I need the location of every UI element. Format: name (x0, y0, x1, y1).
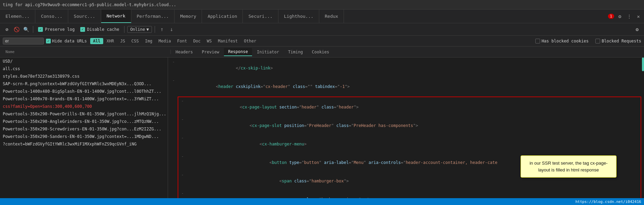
sub-tab-preview[interactable]: Preview (198, 48, 224, 56)
list-item[interactable]: css?family=Open+Sans:300,400,600,700 (0, 103, 168, 110)
filter-tab-all[interactable]: All (90, 38, 103, 44)
code-line: - </cx-skip-link> (171, 59, 641, 77)
list-item[interactable]: Powertools-350x290-Sanders-EN-01-350W.jp… (0, 133, 168, 140)
tab-security[interactable]: Securi... (243, 10, 278, 23)
main-area: Name Headers Preview Response Initiator … (0, 47, 644, 205)
tab-application[interactable]: Application (202, 10, 243, 23)
filter-input[interactable] (3, 38, 44, 44)
disable-cache-label: Disable cache (87, 27, 119, 32)
settings-area: ⚙ (633, 25, 641, 34)
preserve-log-label: Preserve log (45, 27, 75, 32)
separator-3 (155, 26, 155, 33)
list-item[interactable]: Powertools-1400x70-Brands-EN-01-1400W.jp… (0, 95, 168, 103)
sub-tab-initiator[interactable]: Initiator (253, 48, 283, 56)
filter-tab-media[interactable]: Media (156, 38, 174, 44)
tab-redux[interactable]: Redux (319, 10, 344, 23)
error-badge: 1 (608, 14, 615, 19)
sub-tab-timing[interactable]: Timing (284, 48, 307, 56)
code-line: - <cx-hamburger-menu> (180, 135, 639, 153)
scrollbar[interactable] (642, 57, 644, 71)
list-item[interactable]: Powertools-350x290-Screwdrivers-EN-01-35… (0, 125, 168, 133)
blocked-requests-label: Blocked Requests (601, 39, 641, 43)
tab-performance[interactable]: Performan... (131, 10, 175, 23)
status-url: https://blog.csdn.net/i042416 (575, 200, 641, 204)
disable-cache-checkbox[interactable]: ✓ Disable cache (78, 27, 121, 32)
clear-button[interactable]: 🚫 (12, 25, 21, 34)
code-line: - <cx-page-layout section="header" class… (180, 98, 639, 116)
filter-tab-other[interactable]: Other (241, 38, 259, 44)
filter-tab-doc[interactable]: Doc (190, 38, 203, 44)
tab-lighthouse[interactable]: Lighthou... (278, 10, 319, 23)
sub-tab-response[interactable]: Response (224, 48, 252, 56)
filter-tab-ws[interactable]: WS (204, 38, 214, 44)
sub-tab-headers[interactable]: Headers (171, 48, 197, 56)
disable-cache-check: ✓ (80, 27, 85, 32)
has-blocked-cookies-area: Has blocked cookies Blocked Requests (535, 39, 641, 43)
title-text: ting for api.cg79x9wuu9-eccommerc1-p5-pu… (3, 2, 641, 7)
list-item[interactable]: ?context=bWFzdGVyfGItYWRlc3wxMiF1MXxphWF… (0, 140, 168, 148)
preserve-log-checkbox[interactable]: ✓ Preserve log (36, 27, 77, 32)
tab-network[interactable]: Network (101, 10, 131, 23)
network-toolbar: ⊘ 🚫 🔍 ✓ Preserve log ✓ Disable cache Onl… (0, 23, 644, 36)
list-item[interactable]: Powertools-350x290-AngleGrinders-EN-01-3… (0, 118, 168, 125)
content-area: USD/ all.css styles.0ae78ef3227ae3138979… (0, 57, 644, 205)
has-blocked-cookies-check[interactable] (535, 39, 540, 43)
tab-bar: Elemen... Conso... Sourc... Network Perf… (0, 10, 644, 23)
response-panel: - </cx-skip-link> - <header cxskiplink="… (168, 57, 644, 205)
request-list: USD/ all.css styles.0ae78ef3227ae3138979… (0, 57, 168, 205)
hide-data-urls-label: Hide data URLs (52, 39, 87, 43)
list-item[interactable]: Powertools-350x290-PowerDrills-EN-01-350… (0, 110, 168, 118)
tab-sources[interactable]: Sourc... (68, 10, 101, 23)
list-item[interactable]: all.css (0, 65, 168, 73)
filter-tab-img[interactable]: Img (142, 38, 155, 44)
tab-icons: 1 ⚙ ⋮ ✕ (605, 10, 644, 23)
filter-tab-font[interactable]: Font (174, 38, 190, 44)
record-stop-button[interactable]: ⊘ (3, 25, 11, 34)
list-item[interactable]: Powertools-1400x480-BigSplash-EN-01-1400… (0, 88, 168, 95)
tab-console[interactable]: Conso... (35, 10, 68, 23)
blocked-requests-check[interactable] (595, 39, 600, 43)
network-settings-icon[interactable]: ⚙ (633, 25, 641, 34)
online-label: Online (130, 27, 145, 32)
code-content: - </cx-skip-link> - <header cxskiplink="… (168, 57, 644, 205)
sub-tab-bar: Name Headers Preview Response Initiator … (0, 47, 644, 57)
hide-data-urls-check: ✓ (46, 39, 51, 43)
more-icon[interactable]: ⋮ (625, 12, 633, 21)
filter-tab-xhr[interactable]: XHR (104, 38, 117, 44)
highlight-region: - <cx-page-layout section="header" class… (178, 97, 641, 205)
sub-tab-cookies[interactable]: Cookies (308, 48, 333, 56)
close-icon[interactable]: ✕ (636, 12, 641, 21)
filter-tab-js[interactable]: JS (118, 38, 128, 44)
list-item[interactable]: SAP-scrn-R.png?context=bWFzdGVyfGItYWRlc… (0, 80, 168, 88)
tooltip: in our SSR test server, the tag cx-page-… (521, 155, 617, 178)
dropdown-arrow-icon: ▼ (146, 27, 149, 32)
status-bar: https://blog.csdn.net/i042416 (0, 198, 644, 205)
code-line: - <header cxskiplink="cx-header" class="… (171, 77, 641, 96)
filter-tab-css[interactable]: CSS (129, 38, 142, 44)
name-column-header: Name (5, 50, 15, 54)
network-throttle-dropdown[interactable]: Online ▼ (127, 26, 152, 33)
import-button[interactable]: ↑ (158, 25, 166, 34)
preserve-log-check: ✓ (38, 27, 43, 32)
filter-tab-manifest[interactable]: Manifest (215, 38, 241, 44)
title-bar: ting for api.cg79x9wuu9-eccommerc1-p5-pu… (0, 0, 644, 10)
hide-data-urls-checkbox[interactable]: ✓ Hide data URLs (46, 39, 87, 43)
separator-2 (124, 26, 124, 33)
list-item[interactable]: styles.0ae78ef3227ae3138979.css (0, 73, 168, 80)
filter-bar: ✓ Hide data URLs All XHR JS CSS Img Medi… (0, 36, 644, 47)
settings-icon[interactable]: ⚙ (617, 12, 622, 21)
tab-memory[interactable]: Memory (175, 10, 202, 23)
separator-1 (33, 26, 33, 33)
filter-type-tabs: All XHR JS CSS Img Media Font Doc WS Man… (90, 38, 259, 44)
left-panel-header: Name (3, 50, 171, 54)
code-line: - <cx-page-slot position="PreHeader" cla… (180, 116, 639, 135)
has-blocked-cookies-label: Has blocked cookies (541, 39, 588, 43)
export-button[interactable]: ↓ (167, 25, 176, 34)
list-item[interactable]: USD/ (0, 57, 168, 65)
search-button[interactable]: 🔍 (22, 25, 30, 34)
tab-elements[interactable]: Elemen... (0, 10, 35, 23)
